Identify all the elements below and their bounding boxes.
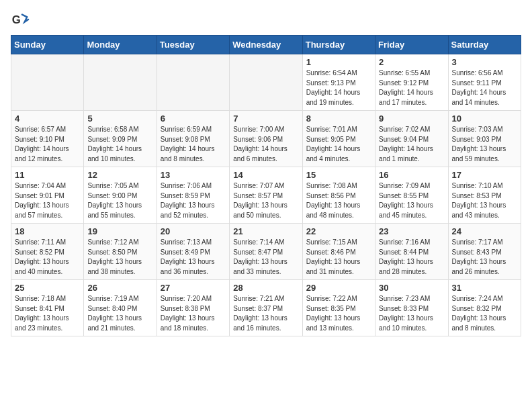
day-info: Sunrise: 7:09 AM Sunset: 8:55 PM Dayligh… xyxy=(379,181,444,220)
day-info: Sunrise: 7:04 AM Sunset: 9:01 PM Dayligh… xyxy=(15,181,80,220)
day-info: Sunrise: 7:10 AM Sunset: 8:53 PM Dayligh… xyxy=(452,181,517,220)
calendar-cell: 6Sunrise: 6:59 AM Sunset: 9:08 PM Daylig… xyxy=(157,111,229,167)
weekday-header-friday: Friday xyxy=(375,36,448,54)
calendar-cell: 28Sunrise: 7:21 AM Sunset: 8:37 PM Dayli… xyxy=(230,280,302,336)
day-number: 14 xyxy=(233,170,298,180)
day-number: 30 xyxy=(379,283,444,293)
day-number: 25 xyxy=(15,283,80,293)
weekday-header-thursday: Thursday xyxy=(302,36,375,54)
calendar-cell: 11Sunrise: 7:04 AM Sunset: 9:01 PM Dayli… xyxy=(11,167,84,224)
weekday-header-monday: Monday xyxy=(84,36,157,54)
week-row-3: 11Sunrise: 7:04 AM Sunset: 9:01 PM Dayli… xyxy=(11,167,521,224)
day-number: 13 xyxy=(161,170,226,180)
day-number: 5 xyxy=(87,113,152,124)
calendar-cell: 29Sunrise: 7:22 AM Sunset: 8:35 PM Dayli… xyxy=(302,280,375,336)
svg-text:G: G xyxy=(12,13,21,26)
day-number: 26 xyxy=(87,283,152,293)
calendar-cell: 22Sunrise: 7:15 AM Sunset: 8:46 PM Dayli… xyxy=(302,224,375,280)
day-number: 19 xyxy=(87,226,152,236)
weekday-header-tuesday: Tuesday xyxy=(157,36,229,54)
day-info: Sunrise: 7:12 AM Sunset: 8:50 PM Dayligh… xyxy=(87,238,152,277)
day-number: 6 xyxy=(161,113,226,124)
weekday-header-wednesday: Wednesday xyxy=(230,36,302,54)
day-info: Sunrise: 7:14 AM Sunset: 8:47 PM Dayligh… xyxy=(233,238,298,277)
calendar-cell: 5Sunrise: 6:58 AM Sunset: 9:09 PM Daylig… xyxy=(84,111,157,167)
calendar-cell: 8Sunrise: 7:01 AM Sunset: 9:05 PM Daylig… xyxy=(302,111,375,167)
calendar-cell xyxy=(84,54,157,111)
week-row-4: 18Sunrise: 7:11 AM Sunset: 8:52 PM Dayli… xyxy=(11,224,521,280)
day-number: 27 xyxy=(161,283,226,293)
calendar-cell: 1Sunrise: 6:54 AM Sunset: 9:13 PM Daylig… xyxy=(302,54,375,111)
calendar-cell: 10Sunrise: 7:03 AM Sunset: 9:03 PM Dayli… xyxy=(448,111,521,167)
calendar-cell: 23Sunrise: 7:16 AM Sunset: 8:44 PM Dayli… xyxy=(375,224,448,280)
day-number: 11 xyxy=(15,170,80,180)
week-row-1: 1Sunrise: 6:54 AM Sunset: 9:13 PM Daylig… xyxy=(11,54,521,111)
day-number: 8 xyxy=(306,113,371,124)
logo-icon: G xyxy=(11,11,30,30)
day-number: 21 xyxy=(233,226,298,236)
calendar-cell: 21Sunrise: 7:14 AM Sunset: 8:47 PM Dayli… xyxy=(230,224,302,280)
day-number: 10 xyxy=(452,113,517,124)
day-info: Sunrise: 7:11 AM Sunset: 8:52 PM Dayligh… xyxy=(15,238,80,277)
calendar-cell xyxy=(230,54,302,111)
calendar-cell: 2Sunrise: 6:55 AM Sunset: 9:12 PM Daylig… xyxy=(375,54,448,111)
day-info: Sunrise: 6:56 AM Sunset: 9:11 PM Dayligh… xyxy=(452,68,517,107)
calendar: SundayMondayTuesdayWednesdayThursdayFrid… xyxy=(11,35,521,336)
calendar-cell: 15Sunrise: 7:08 AM Sunset: 8:56 PM Dayli… xyxy=(302,167,375,224)
day-number: 22 xyxy=(306,226,371,236)
day-info: Sunrise: 6:55 AM Sunset: 9:12 PM Dayligh… xyxy=(379,68,444,107)
day-number: 28 xyxy=(233,283,298,293)
calendar-cell: 31Sunrise: 7:24 AM Sunset: 8:32 PM Dayli… xyxy=(448,280,521,336)
weekday-header-saturday: Saturday xyxy=(448,36,521,54)
day-number: 18 xyxy=(15,226,80,236)
day-info: Sunrise: 7:05 AM Sunset: 9:00 PM Dayligh… xyxy=(87,181,152,220)
weekday-header-row: SundayMondayTuesdayWednesdayThursdayFrid… xyxy=(11,36,521,54)
day-info: Sunrise: 7:20 AM Sunset: 8:38 PM Dayligh… xyxy=(161,294,226,333)
day-info: Sunrise: 7:01 AM Sunset: 9:05 PM Dayligh… xyxy=(306,125,371,164)
weekday-header-sunday: Sunday xyxy=(11,36,84,54)
calendar-cell: 30Sunrise: 7:23 AM Sunset: 8:33 PM Dayli… xyxy=(375,280,448,336)
calendar-cell: 19Sunrise: 7:12 AM Sunset: 8:50 PM Dayli… xyxy=(84,224,157,280)
week-row-5: 25Sunrise: 7:18 AM Sunset: 8:41 PM Dayli… xyxy=(11,280,521,336)
day-info: Sunrise: 7:16 AM Sunset: 8:44 PM Dayligh… xyxy=(379,238,444,277)
day-number: 12 xyxy=(87,170,152,180)
day-info: Sunrise: 7:24 AM Sunset: 8:32 PM Dayligh… xyxy=(452,294,517,333)
day-number: 16 xyxy=(379,170,444,180)
day-number: 7 xyxy=(233,113,298,124)
day-number: 4 xyxy=(15,113,80,124)
day-info: Sunrise: 6:59 AM Sunset: 9:08 PM Dayligh… xyxy=(161,125,226,164)
calendar-cell: 4Sunrise: 6:57 AM Sunset: 9:10 PM Daylig… xyxy=(11,111,84,167)
calendar-cell xyxy=(11,54,84,111)
day-info: Sunrise: 6:57 AM Sunset: 9:10 PM Dayligh… xyxy=(15,125,80,164)
day-info: Sunrise: 7:22 AM Sunset: 8:35 PM Dayligh… xyxy=(306,294,371,333)
day-info: Sunrise: 6:58 AM Sunset: 9:09 PM Dayligh… xyxy=(87,125,152,164)
calendar-cell: 16Sunrise: 7:09 AM Sunset: 8:55 PM Dayli… xyxy=(375,167,448,224)
calendar-cell: 9Sunrise: 7:02 AM Sunset: 9:04 PM Daylig… xyxy=(375,111,448,167)
day-info: Sunrise: 7:23 AM Sunset: 8:33 PM Dayligh… xyxy=(379,294,444,333)
day-number: 1 xyxy=(306,57,371,67)
calendar-cell: 18Sunrise: 7:11 AM Sunset: 8:52 PM Dayli… xyxy=(11,224,84,280)
day-number: 31 xyxy=(452,283,517,293)
calendar-cell: 20Sunrise: 7:13 AM Sunset: 8:49 PM Dayli… xyxy=(157,224,229,280)
calendar-cell: 7Sunrise: 7:00 AM Sunset: 9:06 PM Daylig… xyxy=(230,111,302,167)
calendar-cell: 26Sunrise: 7:19 AM Sunset: 8:40 PM Dayli… xyxy=(84,280,157,336)
day-info: Sunrise: 7:08 AM Sunset: 8:56 PM Dayligh… xyxy=(306,181,371,220)
week-row-2: 4Sunrise: 6:57 AM Sunset: 9:10 PM Daylig… xyxy=(11,111,521,167)
day-info: Sunrise: 7:17 AM Sunset: 8:43 PM Dayligh… xyxy=(452,238,517,277)
calendar-cell: 3Sunrise: 6:56 AM Sunset: 9:11 PM Daylig… xyxy=(448,54,521,111)
day-number: 23 xyxy=(379,226,444,236)
day-info: Sunrise: 7:18 AM Sunset: 8:41 PM Dayligh… xyxy=(15,294,80,333)
calendar-cell: 14Sunrise: 7:07 AM Sunset: 8:57 PM Dayli… xyxy=(230,167,302,224)
day-info: Sunrise: 7:00 AM Sunset: 9:06 PM Dayligh… xyxy=(233,125,298,164)
day-number: 24 xyxy=(452,226,517,236)
day-number: 29 xyxy=(306,283,371,293)
calendar-cell: 17Sunrise: 7:10 AM Sunset: 8:53 PM Dayli… xyxy=(448,167,521,224)
calendar-cell: 12Sunrise: 7:05 AM Sunset: 9:00 PM Dayli… xyxy=(84,167,157,224)
calendar-cell: 24Sunrise: 7:17 AM Sunset: 8:43 PM Dayli… xyxy=(448,224,521,280)
header: G xyxy=(11,11,521,30)
day-info: Sunrise: 7:19 AM Sunset: 8:40 PM Dayligh… xyxy=(87,294,152,333)
calendar-cell xyxy=(157,54,229,111)
day-info: Sunrise: 7:21 AM Sunset: 8:37 PM Dayligh… xyxy=(233,294,298,333)
day-info: Sunrise: 7:15 AM Sunset: 8:46 PM Dayligh… xyxy=(306,238,371,277)
day-info: Sunrise: 7:06 AM Sunset: 8:59 PM Dayligh… xyxy=(161,181,226,220)
